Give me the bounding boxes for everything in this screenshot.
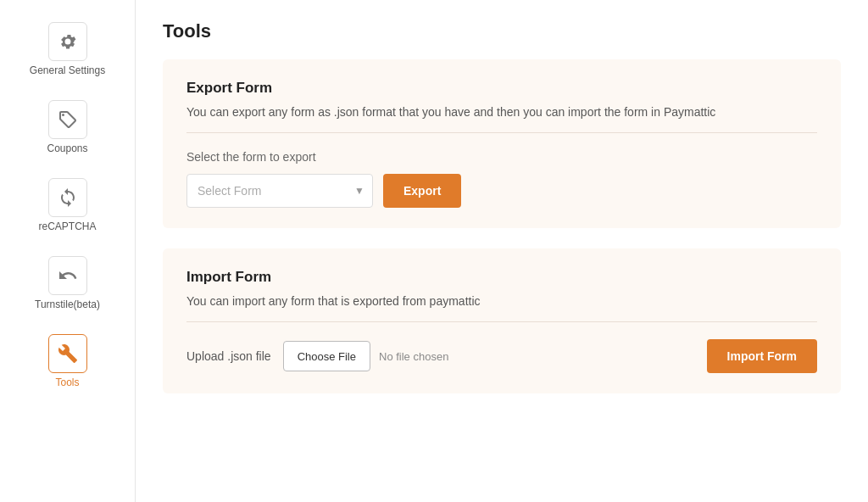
turnstile-icon-box (48, 256, 87, 295)
general-settings-icon-box (48, 22, 87, 61)
export-form-section: Export Form You can export any form as .… (163, 59, 841, 228)
tools-wrench-icon (58, 343, 78, 364)
import-divider (186, 321, 817, 322)
import-form-title: Import Form (186, 269, 817, 286)
import-controls: Upload .json file Choose File No file ch… (186, 339, 817, 373)
select-form-dropdown[interactable]: Select Form (186, 174, 373, 208)
import-form-button[interactable]: Import Form (707, 339, 817, 373)
no-file-chosen-text: No file chosen (379, 350, 448, 363)
sidebar-item-label-general-settings: General Settings (30, 64, 105, 76)
recaptcha-icon (58, 187, 78, 208)
main-content: Tools Export Form You can export any for… (136, 0, 868, 502)
import-form-section: Import Form You can import any form that… (163, 248, 841, 393)
sidebar-item-label-recaptcha: reCAPTCHA (38, 220, 96, 232)
choose-file-button[interactable]: Choose File (283, 341, 370, 371)
svg-point-0 (62, 114, 64, 116)
export-divider (186, 132, 817, 133)
import-form-description: You can import any form that is exported… (186, 294, 817, 308)
export-controls: Select Form ▼ Export (186, 174, 817, 208)
file-input-wrapper: Choose File No file chosen (283, 341, 449, 371)
sidebar-item-general-settings[interactable]: General Settings (17, 14, 119, 85)
export-form-description: You can export any form as .json format … (186, 105, 817, 119)
export-select-label: Select the form to export (186, 150, 817, 164)
sidebar: General Settings Coupons reCAPTCHA Turns… (0, 0, 136, 502)
coupon-icon (58, 109, 78, 130)
sidebar-item-tools[interactable]: Tools (17, 326, 119, 397)
coupons-icon-box (48, 100, 87, 139)
recaptcha-icon-box (48, 178, 87, 217)
export-button[interactable]: Export (383, 174, 461, 208)
turnstile-icon (58, 265, 78, 286)
sidebar-item-turnstile[interactable]: Turnstile(beta) (17, 248, 119, 319)
upload-json-label: Upload .json file (186, 349, 271, 363)
select-form-wrapper: Select Form ▼ (186, 174, 373, 208)
sidebar-item-label-coupons: Coupons (47, 142, 87, 154)
sidebar-item-label-tools: Tools (55, 376, 79, 388)
sidebar-item-label-turnstile: Turnstile(beta) (35, 298, 100, 310)
sidebar-item-recaptcha[interactable]: reCAPTCHA (17, 170, 119, 241)
gear-icon (58, 31, 78, 52)
sidebar-item-coupons[interactable]: Coupons (17, 92, 119, 163)
page-title: Tools (163, 20, 841, 42)
tools-icon-box (48, 334, 87, 373)
export-form-title: Export Form (186, 80, 817, 97)
